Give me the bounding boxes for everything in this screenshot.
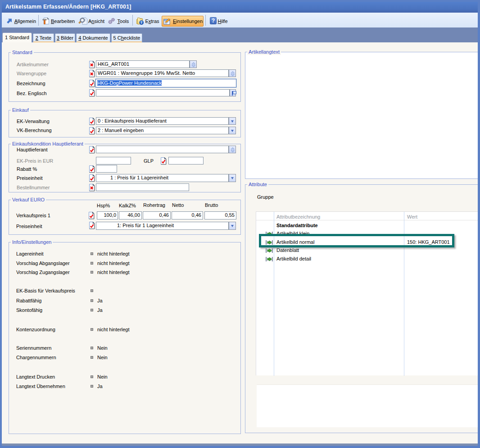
svg-text:?: ? — [211, 18, 214, 24]
